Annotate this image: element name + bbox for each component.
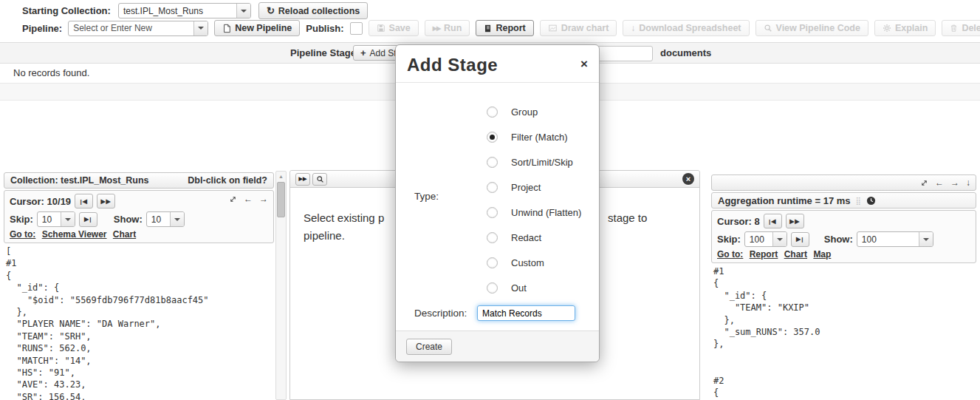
next-page-button[interactable]: ▶▶ [97, 194, 115, 209]
left-arrow-icon[interactable]: ← [935, 178, 944, 187]
cursor-label: Cursor: 10/19 [10, 196, 71, 207]
radio-icon [487, 232, 498, 243]
close-panel-button[interactable]: × [682, 173, 694, 185]
grip-icon: ⣿ [856, 197, 861, 205]
pipeline-select[interactable]: Select or Enter New [68, 21, 208, 36]
pipeline-label: Pipeline: [22, 23, 62, 34]
chevron-down-icon [919, 232, 933, 246]
collection-panel-header: Collection: test.IPL_Most_Runs Dbl-click… [4, 172, 274, 189]
first-page-button[interactable]: |◀ [764, 214, 782, 228]
run-icon: ▶▶ [433, 25, 440, 32]
expand-icon[interactable] [920, 179, 928, 187]
chevron-down-icon [236, 4, 250, 18]
search-icon [764, 24, 772, 33]
chart-link[interactable]: Chart [113, 229, 136, 240]
show-select[interactable]: 10 [146, 211, 185, 227]
next-page-button[interactable]: ▶▶ [786, 214, 804, 228]
explain-button[interactable]: Explain [874, 20, 936, 36]
chart-link[interactable]: Chart [784, 249, 807, 260]
radio-option-project[interactable]: Project [487, 174, 581, 200]
reload-collections-button[interactable]: ↻ Reload collections [258, 2, 368, 19]
download-spreadsheet-button[interactable]: ↓ Download Spreadsheet [623, 20, 749, 36]
left-arrow-icon[interactable]: ← [244, 194, 253, 203]
modal-header: Add Stage × [396, 45, 599, 83]
run-stage-button[interactable]: ▶▶ [295, 173, 310, 186]
file-icon [222, 24, 231, 33]
radio-icon [487, 207, 498, 218]
radio-option-group[interactable]: Group [487, 99, 581, 124]
map-link[interactable]: Map [813, 249, 831, 260]
add-stage-modal: Add Stage × Type: Group Filter (Match) S… [395, 44, 600, 362]
dbl-click-hint: Dbl-click on field? [188, 175, 267, 186]
modal-body: Type: Group Filter (Match) Sort/Limit/Sk… [396, 83, 599, 330]
chevron-down-icon [170, 212, 184, 226]
radio-icon [487, 282, 498, 294]
modal-footer: Create [396, 330, 599, 362]
radio-option-unwind[interactable]: Unwind (Flatten) [487, 200, 581, 225]
goto-label: Go to: [717, 249, 743, 260]
skip-select[interactable]: 100 [744, 231, 787, 247]
radio-option-sort-limit-skip[interactable]: Sort/Limit/Skip [487, 149, 581, 174]
delete-button[interactable]: Delete [942, 20, 980, 36]
gear-icon [883, 24, 891, 33]
report-link[interactable]: Report [750, 249, 778, 260]
draw-chart-button[interactable]: Draw chart [540, 20, 617, 36]
description-row: Description: [414, 305, 575, 321]
radio-icon [487, 182, 498, 193]
trash-icon [950, 24, 958, 33]
starting-collection-select[interactable]: test.IPL_Most_Runs [118, 3, 251, 18]
pipeline-stages-title: Pipeline Stages [290, 43, 361, 64]
runtime-text: Aggregation runtime = 17 ms [718, 195, 851, 206]
schema-viewer-link[interactable]: Schema Viewer [42, 229, 107, 240]
first-page-button[interactable]: |◀ [75, 194, 93, 209]
show-label: Show: [824, 234, 853, 245]
create-button[interactable]: Create [406, 339, 452, 355]
no-records-text: No records found. [13, 64, 89, 83]
scroll-up-icon[interactable]: ▲ [276, 172, 286, 179]
app-window: Starting Collection: test.IPL_Most_Runs … [0, 0, 980, 400]
close-icon[interactable]: × [580, 58, 588, 70]
chevron-down-icon [772, 232, 787, 246]
radio-option-redact[interactable]: Redact [487, 225, 581, 250]
show-label: Show: [114, 214, 143, 225]
save-icon [377, 24, 386, 33]
view-pipeline-code-button[interactable]: View Pipeline Code [755, 20, 868, 36]
report-button[interactable]: Report [476, 20, 533, 36]
down-arrow-icon[interactable]: ↓ [966, 178, 970, 187]
right-arrow-icon[interactable]: → [259, 194, 268, 203]
skip-select[interactable]: 10 [37, 211, 75, 227]
save-button[interactable]: Save [369, 20, 419, 36]
cursor-label: Cursor: 8 [717, 216, 760, 227]
radio-option-out[interactable]: Out [487, 275, 581, 300]
skip-forward-button[interactable]: ▶| [791, 232, 809, 247]
left-panel-scrollbar[interactable]: ▲ [275, 171, 287, 400]
skip-label: Skip: [10, 214, 33, 225]
skip-label: Skip: [717, 234, 741, 245]
run-button[interactable]: ▶▶ Run [425, 20, 470, 36]
radio-option-custom[interactable]: Custom [487, 250, 581, 275]
chevron-down-icon [193, 21, 208, 35]
publish-checkbox[interactable] [350, 22, 363, 35]
chart-image-icon [548, 24, 558, 33]
results-json-view: #1 { "_id": { "TEAM": "KXIP" }, "_sum_RU… [713, 265, 976, 400]
description-input[interactable] [477, 305, 575, 321]
skip-forward-button[interactable]: ▶| [79, 212, 97, 227]
plus-icon: + [360, 47, 366, 58]
starting-collection-label: Starting Collection: [22, 5, 111, 16]
results-cursor-box: Cursor: 8 |◀ ▶▶ Skip: 100 ▶| Show: 100 [711, 210, 976, 263]
report-icon [484, 24, 492, 33]
stage-hint-text-line2: pipeline. [304, 229, 345, 242]
download-icon: ↓ [631, 23, 635, 33]
radio-option-filter-match[interactable]: Filter (Match) [487, 124, 581, 149]
results-panel-toolbar: ← → ↓ [711, 174, 976, 191]
search-stage-button[interactable] [312, 173, 327, 186]
radio-icon [487, 257, 498, 268]
scrollbar-thumb[interactable] [277, 182, 285, 217]
new-pipeline-button[interactable]: New Pipeline [214, 20, 300, 36]
right-arrow-icon[interactable]: → [950, 178, 959, 187]
show-select[interactable]: 100 [857, 231, 933, 247]
expand-icon[interactable] [229, 195, 237, 203]
publish-label: Publish: [306, 23, 343, 34]
results-panel: ← → ↓ Aggregation runtime = 17 ms ⣿ Curs… [711, 174, 976, 400]
collection-json-view: [ #1 { "_id": { "$oid": "5569fdb796f77d8… [6, 245, 274, 400]
